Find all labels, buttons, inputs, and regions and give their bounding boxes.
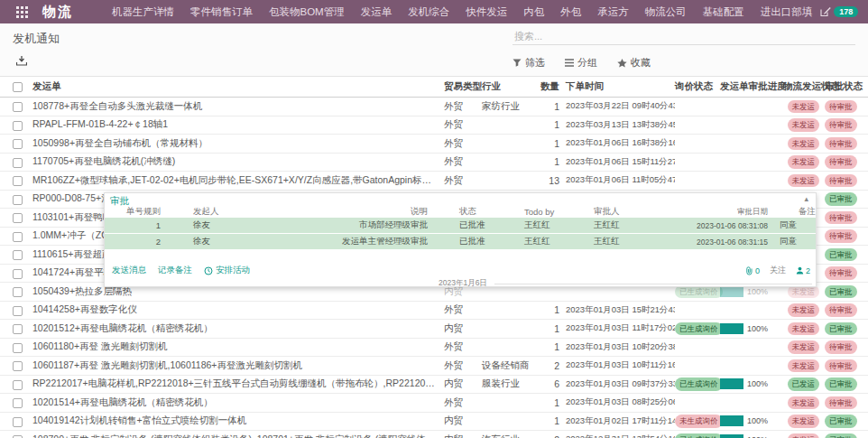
table-row[interactable]: 104019142计划机转销售+富怡立式喷绘切割一体机内贸12023年01月02… — [0, 413, 868, 432]
attachment-icon — [745, 266, 753, 275]
row-checkbox[interactable] — [13, 417, 23, 427]
row-checkbox[interactable] — [13, 158, 23, 168]
table-row[interactable]: 10601187+再登 激光雕刻切割机,10601186+再登激光雕刻切割机外贸… — [0, 357, 868, 376]
row-checkbox[interactable] — [13, 398, 23, 408]
schedule-activity-button[interactable]: 安排活动 — [204, 265, 250, 276]
row-checkbox[interactable] — [13, 195, 23, 205]
row-checkbox[interactable] — [13, 269, 23, 279]
approval-status-badge: 已审批 — [825, 377, 857, 391]
row-check-cell — [0, 341, 32, 353]
trade-type: 外贸 — [444, 155, 482, 168]
quote-status-cell: 已生成询价 — [675, 377, 720, 391]
filter-筛选[interactable]: 筛选 — [512, 56, 545, 70]
row-checkbox[interactable] — [13, 380, 23, 390]
row-checkbox[interactable] — [13, 139, 23, 149]
approval-status-badge: 待审批 — [825, 100, 857, 114]
row-checkbox[interactable] — [13, 232, 23, 242]
follow-button[interactable]: 关注 — [770, 265, 786, 276]
column-header-quantity[interactable]: 数量 — [538, 80, 559, 93]
approval-status-badge: 已审批 — [825, 248, 857, 262]
shipment-name: RP2212017+电脑花样机,RP2212018+三针五线平台式自动剪线绷缝机… — [32, 377, 444, 390]
trade-type: 内贸 — [444, 322, 482, 335]
column-header-shipment[interactable]: 发运单 — [32, 80, 444, 93]
approval-initiator: 徐友 — [161, 219, 267, 231]
nav-item[interactable]: 外包 — [552, 0, 589, 23]
approval-row[interactable]: 2徐友发运单主管经理级审批已批准王红红王红红2023-01-06 08:31:1… — [105, 234, 816, 250]
nav-item[interactable]: 快件发运 — [457, 0, 515, 23]
column-header-order-time[interactable]: 下单时间 — [559, 80, 675, 93]
approval-status-badge: 待审批 — [825, 137, 857, 151]
search-input[interactable] — [512, 28, 855, 45]
table-row[interactable]: 108700+再发 非标定制设备 (遮阳帘线体组装类设备) ,108701+再发… — [0, 431, 868, 438]
approval-status-cell: 待审批 — [819, 174, 868, 188]
filter-分组[interactable]: 分组 — [565, 56, 597, 70]
order-time: 2023年01月03日 11时17分02.. — [559, 322, 675, 334]
page-title: 发机通知 — [13, 31, 60, 47]
column-header-approval-status[interactable]: 审批状态 — [819, 80, 868, 93]
quantity: 2 — [538, 360, 559, 371]
trade-type: 外贸 — [444, 396, 482, 409]
column-header-approval-progress[interactable]: 发运单审批进度 — [720, 80, 783, 93]
attachments-button[interactable]: 0 — [745, 266, 760, 275]
row-checkbox[interactable] — [13, 121, 23, 131]
quote-status-cell: 已生成询价 — [675, 322, 720, 336]
column-header-industry[interactable]: 行业 — [482, 80, 538, 93]
shipping-status-cell: 未发运 — [783, 415, 819, 428]
table-row[interactable]: 1050998+再登全自动铺布机（常规材料）外贸12023年01月06日 16时… — [0, 135, 868, 154]
send-message-button[interactable]: 发送消息 — [112, 265, 146, 276]
order-time: 2023年01月02日 17时11分14.. — [559, 415, 675, 427]
row-checkbox[interactable] — [13, 343, 23, 353]
approval-table: 单号规则发起人说明状态Todo by审批人审批日期备注1徐友市场部经理级审批已批… — [105, 206, 816, 250]
collapse-icon[interactable]: ▴ — [804, 194, 808, 203]
nav-item[interactable]: 内包 — [515, 0, 552, 23]
column-header-shipping-status[interactable]: 物流发运状态 — [783, 80, 819, 93]
edit-icon — [820, 6, 831, 17]
filter-label: 分组 — [577, 56, 597, 70]
row-checkbox[interactable] — [13, 213, 23, 223]
nav-item[interactable]: 进出口部填 — [753, 0, 821, 23]
log-note-button[interactable]: 记录备注 — [158, 265, 192, 276]
apps-grid-icon[interactable] — [16, 6, 28, 18]
filter-收藏[interactable]: 收藏 — [617, 56, 651, 70]
table-row[interactable]: 108778+再登全自动多头激光裁缝一体机外贸家纺行业12023年03月22日 … — [0, 98, 868, 116]
row-checkbox[interactable] — [13, 176, 23, 186]
table-row[interactable]: 1170705+再登电脑绣花机(冲绣缝)外贸12023年01月06日 15时11… — [0, 154, 868, 172]
table-row[interactable]: MR106ZZ+微型球轴承,JET-02-02+电机同步带轮,EE-SX671+… — [0, 172, 868, 191]
nav-item[interactable]: 物流公司 — [637, 0, 695, 23]
table-row[interactable]: 10201514+再登电脑绣花机（精密绣花机）外贸12023年01月03日 08… — [0, 394, 868, 413]
table-row[interactable]: RPAPL-FFM-01B-4-22+￠18轴1外贸12023年03月13日 1… — [0, 116, 868, 135]
shipping-status-cell: 未发运 — [783, 433, 819, 438]
row-checkbox[interactable] — [13, 102, 23, 112]
progress-bar — [720, 415, 743, 426]
nav-item[interactable]: 机器生产详情 — [104, 0, 182, 23]
row-checkbox[interactable] — [13, 361, 23, 371]
select-all-checkbox[interactable] — [13, 82, 23, 92]
nav-item[interactable]: 包装物BOM管理 — [261, 0, 353, 23]
approval-status-cell: 待审批 — [819, 100, 868, 114]
row-checkbox[interactable] — [13, 287, 23, 297]
row-checkbox[interactable] — [13, 306, 23, 316]
shipment-name: RPAPL-FFM-01B-4-22+￠18轴1 — [32, 118, 444, 131]
shipping-status-badge: 未发运 — [788, 359, 820, 373]
column-header-quote-status[interactable]: 询价状态 — [675, 80, 720, 93]
table-row[interactable]: 10414258+再登数字化仪外贸12023年01月03日 15时21分43..… — [0, 302, 868, 321]
followers-button[interactable]: 2 — [796, 266, 810, 275]
nav-counter-edit[interactable]: 178 — [820, 6, 858, 17]
quantity: 1 — [538, 101, 559, 112]
export-button[interactable] — [16, 53, 27, 70]
app-brand[interactable]: 物流 — [42, 4, 73, 21]
nav-item[interactable]: 承运方 — [589, 0, 637, 23]
nav-item[interactable]: 零件销售订单 — [182, 0, 261, 23]
nav-item[interactable]: 发机综合 — [400, 0, 457, 23]
nav-item[interactable]: 发运单 — [353, 0, 401, 23]
row-checkbox[interactable] — [13, 250, 23, 260]
table-row[interactable]: 10201512+再登电脑绣花机（精密绣花机）内贸12023年01月03日 11… — [0, 320, 868, 339]
nav-item[interactable]: 基础配置 — [695, 0, 753, 23]
approval-status-badge: 待审批 — [825, 211, 857, 225]
approval-row[interactable]: 1徐友市场部经理级审批已批准王红红王红红2023-01-06 08:31:08同… — [105, 218, 816, 234]
table-row[interactable]: 10601180+再登 激光雕刻切割机外贸12023年01月03日 10时20分… — [0, 339, 868, 358]
row-checkbox[interactable] — [13, 324, 23, 334]
progress-bar — [720, 434, 743, 438]
column-header-trade-type[interactable]: 贸易类型 — [444, 80, 482, 93]
table-row[interactable]: RP2212017+电脑花样机,RP2212018+三针五线平台式自动剪线绷缝机… — [0, 376, 868, 395]
